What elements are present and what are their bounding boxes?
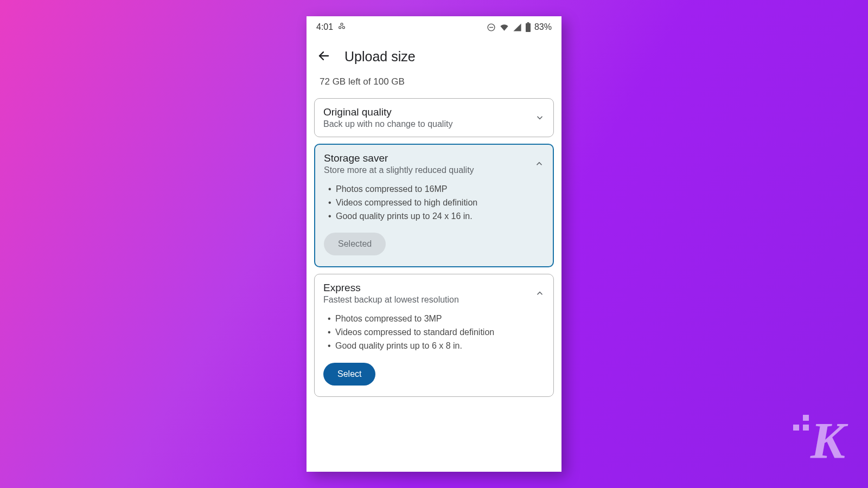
wifi-icon	[499, 23, 509, 32]
battery-icon	[525, 22, 531, 32]
select-button[interactable]: Select	[323, 363, 375, 386]
bullet-item: Videos compressed to high definition	[328, 196, 544, 210]
chevron-down-icon	[535, 113, 545, 125]
svg-point-0	[341, 23, 343, 25]
dnd-icon	[487, 23, 496, 32]
bullet-item: Good quality prints up to 24 x 16 in.	[328, 210, 544, 223]
page-title: Upload size	[344, 49, 416, 65]
back-arrow-icon[interactable]	[317, 49, 330, 65]
status-icons: 83%	[487, 22, 552, 32]
option-details: Photos compressed to 3MP Videos compress…	[323, 312, 545, 352]
svg-rect-5	[526, 23, 531, 32]
option-original-quality[interactable]: Original quality Back up with no change …	[314, 98, 554, 137]
bullet-item: Good quality prints up to 6 x 8 in.	[328, 339, 545, 353]
watermark-letter: K	[810, 412, 842, 470]
status-time: 4:01	[316, 22, 333, 32]
bullet-item: Photos compressed to 16MP	[328, 183, 544, 196]
svg-point-1	[339, 27, 341, 29]
bullet-item: Photos compressed to 3MP	[328, 312, 545, 326]
status-bar: 4:01 83%	[307, 16, 561, 36]
watermark-logo: K	[810, 420, 842, 462]
phone-screen: 4:01 83% Upload size 72 GB lef	[307, 16, 561, 472]
upload-options-list: Original quality Back up with no change …	[307, 98, 561, 397]
selected-button: Selected	[324, 233, 386, 255]
option-subtitle: Fastest backup at lowest resolution	[323, 295, 459, 305]
battery-percent: 83%	[534, 22, 552, 32]
bullet-item: Videos compressed to standard definition	[328, 326, 545, 339]
option-title: Storage saver	[324, 152, 474, 164]
option-title: Original quality	[323, 106, 452, 118]
signal-icon	[513, 23, 522, 32]
option-details: Photos compressed to 16MP Videos compres…	[324, 183, 544, 223]
app-header: Upload size	[307, 36, 561, 74]
option-subtitle: Store more at a slightly reduced quality	[324, 165, 474, 175]
svg-point-2	[342, 27, 344, 29]
chevron-up-icon	[534, 159, 544, 171]
storage-remaining-text: 72 GB left of 100 GB	[307, 74, 561, 98]
svg-rect-6	[527, 22, 529, 23]
app-indicator-icon	[337, 22, 346, 33]
chevron-up-icon	[535, 288, 545, 300]
option-express[interactable]: Express Fastest backup at lowest resolut…	[314, 274, 554, 396]
option-title: Express	[323, 282, 459, 294]
option-subtitle: Back up with no change to quality	[323, 119, 452, 129]
option-storage-saver[interactable]: Storage saver Store more at a slightly r…	[314, 144, 554, 267]
